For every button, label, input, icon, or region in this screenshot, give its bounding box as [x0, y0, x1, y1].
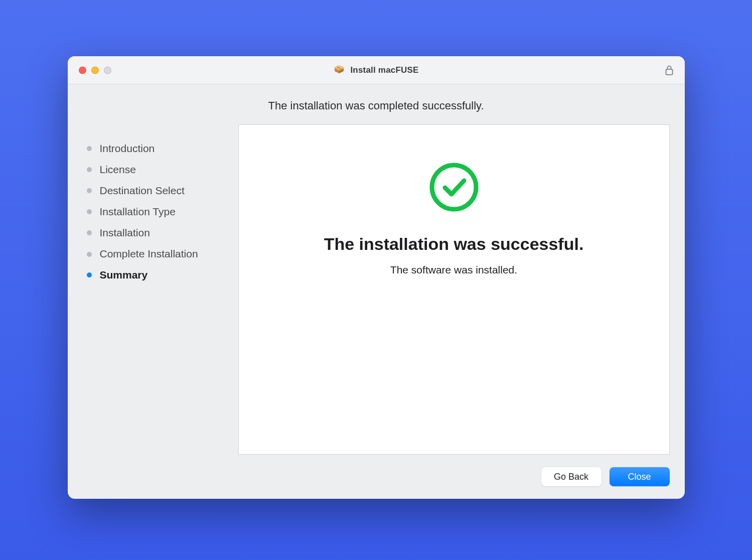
step-label: License — [100, 164, 136, 176]
svg-rect-0 — [666, 69, 672, 75]
step-bullet-icon — [87, 272, 92, 277]
go-back-button[interactable]: Go Back — [541, 467, 601, 486]
svg-point-1 — [432, 165, 476, 209]
step-label: Destination Select — [100, 185, 185, 197]
step-bullet-icon — [87, 230, 92, 235]
minimize-window-button[interactable] — [91, 66, 99, 74]
step-installation: Installation — [87, 227, 238, 239]
window-controls — [79, 66, 111, 74]
step-bullet-icon — [87, 167, 92, 172]
success-title: The installation was successful. — [324, 234, 584, 254]
success-subtitle: The software was installed. — [390, 264, 517, 276]
content-area: The installation was completed successfu… — [68, 84, 685, 499]
close-window-button[interactable] — [79, 66, 86, 74]
step-label: Summary — [100, 269, 148, 281]
package-icon — [333, 63, 345, 77]
zoom-window-button[interactable] — [104, 66, 111, 74]
step-bullet-icon — [87, 146, 92, 151]
step-installation-type: Installation Type — [87, 206, 238, 218]
step-label: Complete Installation — [100, 248, 198, 260]
step-label: Installation Type — [100, 206, 176, 218]
step-bullet-icon — [87, 188, 92, 193]
body-area: Introduction License Destination Select … — [68, 124, 685, 455]
step-label: Installation — [100, 227, 150, 239]
step-introduction: Introduction — [87, 143, 238, 155]
step-bullet-icon — [87, 252, 92, 257]
installer-window: Install macFUSE The installation was com… — [68, 56, 685, 499]
step-summary: Summary — [87, 269, 238, 281]
titlebar: Install macFUSE — [68, 56, 685, 84]
success-checkmark-icon — [428, 161, 480, 234]
steps-sidebar: Introduction License Destination Select … — [83, 124, 238, 455]
step-complete-installation: Complete Installation — [87, 248, 238, 260]
step-label: Introduction — [100, 143, 155, 155]
main-panel: The installation was successful. The sof… — [238, 124, 670, 455]
page-header: The installation was completed successfu… — [68, 84, 685, 124]
step-license: License — [87, 164, 238, 176]
step-bullet-icon — [87, 209, 92, 214]
close-button[interactable]: Close — [610, 467, 670, 486]
footer: Go Back Close — [68, 455, 685, 499]
title-group: Install macFUSE — [333, 63, 418, 77]
step-destination-select: Destination Select — [87, 185, 238, 197]
window-title: Install macFUSE — [350, 65, 418, 75]
